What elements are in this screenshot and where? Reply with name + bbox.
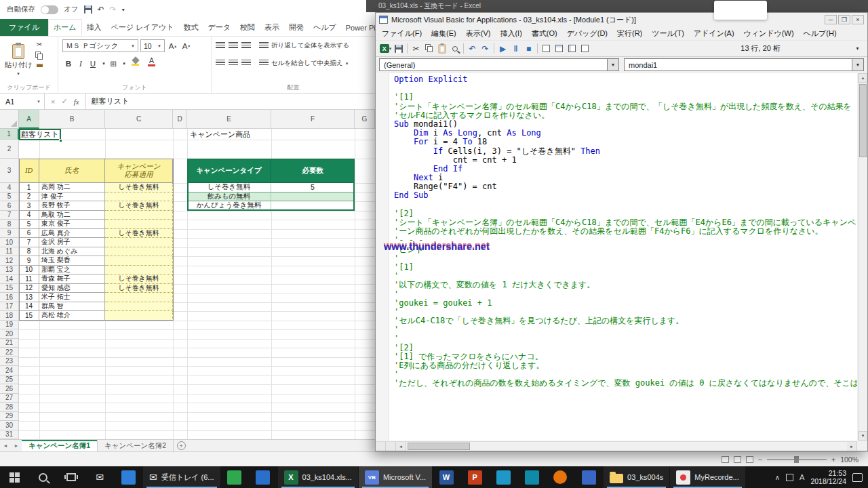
row-header-9[interactable]: 9 [0,229,19,239]
procedure-view-icon[interactable] [376,442,386,451]
borders-dropdown-icon[interactable]: ▾ [118,58,130,70]
decrease-font-icon[interactable]: A▼ [180,40,193,52]
customer-campaign[interactable] [105,211,173,220]
campaign-type[interactable]: しそ巻き無料 [187,183,271,192]
align-right-icon[interactable] [241,60,251,67]
procedure-dropdown[interactable]: mondai1 ▼ [624,58,864,71]
vba-menu-item[interactable]: 書式(O) [527,27,562,40]
vba-menu-item[interactable]: ファイル(F) [377,27,427,40]
taskbar-button[interactable]: X03_ks104.xls... [278,466,358,488]
customer-id[interactable]: 1 [19,183,39,192]
font-name-select[interactable]: ＭＳ Ｐゴシック▼ [62,39,138,52]
customer-name[interactable]: 青森 舞子 [39,274,105,284]
row-header-23[interactable]: 23 [0,357,19,367]
cancel-icon[interactable]: × [51,98,55,106]
campaign-type[interactable]: かんぴょう巻き無料 [187,201,271,211]
customer-campaign[interactable] [105,256,173,266]
taskbar-app-button[interactable]: W [432,466,460,488]
full-module-view-icon[interactable] [386,442,396,451]
campaign-count[interactable]: 5 [271,183,355,192]
ribbon-tab[interactable]: 表示 [260,19,284,36]
tray-app-icon[interactable] [786,474,793,481]
row-header-11[interactable]: 11 [0,247,19,257]
row-header-26[interactable]: 26 [0,384,19,394]
taskbar-button[interactable]: MyRecorde... [670,466,745,488]
row-header-24[interactable]: 24 [0,366,19,375]
customer-name[interactable]: 高岡 功二 [39,183,105,192]
vba-menu-item[interactable]: 表示(V) [461,27,496,40]
taskbar-search-button[interactable] [28,466,57,488]
page-break-view-icon[interactable] [746,456,753,463]
copy-icon[interactable] [35,52,43,60]
customer-campaign[interactable] [105,238,173,247]
ribbon-tab[interactable]: 校閲 [235,19,260,36]
customer-name[interactable]: 那覇 宝之 [39,266,105,275]
taskbar-app-button[interactable]: P [460,466,489,488]
break-icon[interactable]: ‖ [509,42,522,56]
vba-menu-item[interactable]: デバッグ(D) [562,27,612,40]
increase-font-icon[interactable]: A▲ [167,40,179,52]
insert-function-icon[interactable]: fx [74,98,79,106]
column-header-G[interactable]: G [355,110,375,129]
customer-id[interactable]: 15 [19,311,39,321]
customer-name[interactable]: 高松 雄介 [39,311,105,321]
row-header-20[interactable]: 20 [0,329,19,339]
name-box[interactable]: A1 ▼ [0,94,45,109]
customer-name[interactable]: 津 俊子 [39,192,105,202]
restore-icon[interactable]: ❐ [838,15,850,24]
taskbar-app-button[interactable] [114,466,142,488]
enter-icon[interactable]: ✓ [61,97,67,106]
project-explorer-icon[interactable] [553,42,566,56]
paste-icon[interactable] [435,42,448,56]
italic-button[interactable]: I [75,58,87,70]
tray-chevron-icon[interactable]: ∧ [775,474,780,481]
sheet-nav-left-icon[interactable]: ◄ [0,440,11,451]
copy-icon[interactable] [422,42,435,56]
zoom-slider-thumb[interactable] [794,456,799,463]
sheet-tab[interactable]: キャンペーン名簿2 [98,440,174,451]
column-header-E[interactable]: E [187,110,271,129]
customer-id[interactable]: 14 [19,302,39,312]
row-header-6[interactable]: 6 [0,201,19,211]
taskbar-app-button[interactable] [249,466,277,488]
zoom-out-icon[interactable]: − [758,455,762,464]
row-header-8[interactable]: 8 [0,220,19,229]
hscrollbar-thumb[interactable] [408,443,470,450]
taskbar-app-button[interactable] [517,466,546,488]
ribbon-tab[interactable]: ページ レイアウト [106,19,179,36]
align-left-icon[interactable] [216,60,225,67]
vba-menu-item[interactable]: 実行(R) [612,27,647,40]
clock[interactable]: 21:53 2018/12/24 [810,469,846,485]
name-box-dropdown-icon[interactable]: ▼ [37,100,41,104]
customer-id[interactable]: 8 [19,247,39,257]
code-editor[interactable]: Option Explicit '[1]'シート「キャンペーン名簿」のセル範囲「… [376,73,857,441]
scroll-right-icon[interactable]: ► [847,442,857,451]
scroll-down-icon[interactable]: ▼ [859,431,867,441]
customer-campaign[interactable]: しそ巻き無料 [105,201,173,211]
customer-id[interactable]: 11 [19,274,39,284]
row-header-14[interactable]: 14 [0,274,19,284]
campaign-type[interactable]: 飲みもの無料 [187,192,271,202]
page-layout-view-icon[interactable] [734,456,741,463]
zoom-in-icon[interactable]: + [831,455,835,464]
row-header-5[interactable]: 5 [0,192,19,202]
minimize-icon[interactable]: ─ [825,15,837,24]
save-icon[interactable] [392,42,405,56]
taskbar-button[interactable]: VBMicrosoft V... [359,466,432,488]
cut-icon[interactable]: ✂ [37,41,42,48]
customer-campaign[interactable] [105,302,173,312]
row-header-30[interactable]: 30 [0,421,19,430]
formula-bar-value[interactable]: 顧客リスト [86,94,130,109]
ribbon-tab[interactable]: データ [203,19,235,36]
font-size-select[interactable]: 10▼ [140,39,165,52]
ribbon-tab[interactable]: Power Piv [341,19,375,36]
customer-campaign[interactable]: しそ巻き無料 [105,284,173,293]
campaign-count[interactable] [271,201,355,211]
object-dropdown[interactable]: (General) ▼ [379,58,619,71]
row-header-21[interactable]: 21 [0,339,19,348]
taskbar-app-button[interactable] [489,466,517,488]
campaign-count[interactable] [271,192,355,202]
cell-e1[interactable]: キャンペーン商品 [190,129,271,140]
column-header-D[interactable]: D [173,110,187,129]
fill-color-button[interactable] [132,58,139,66]
